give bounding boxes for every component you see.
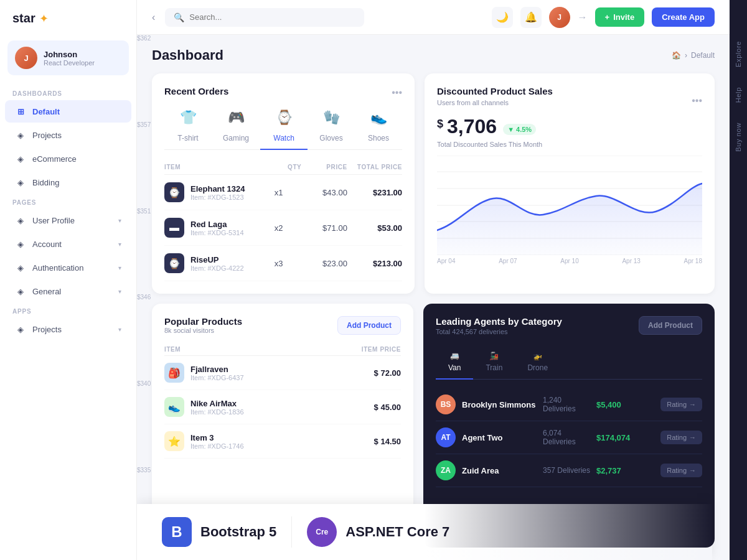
- product-image: ▬: [164, 218, 184, 238]
- big-number: $ 3,706: [437, 115, 497, 138]
- item-cell: 👟 Nike AirMax Item: #XDG-1836: [164, 397, 322, 417]
- chart-y-labels: $362 $357 $351 $346 $340 $335 $330: [137, 35, 151, 560]
- tab-watch[interactable]: ⌚ Watch: [260, 99, 308, 150]
- user-name: Johnson: [44, 50, 95, 59]
- agent-earnings: $174,074: [596, 433, 660, 442]
- sidebar-item-user-profile[interactable]: ◈ User Profile ▾: [5, 209, 131, 231]
- search-input[interactable]: [189, 12, 355, 22]
- sidebar-item-bidding[interactable]: ◈ Bidding: [5, 171, 131, 194]
- avatar: BS: [436, 394, 456, 414]
- item-details: Red Laga Item: #XDG-5314: [190, 220, 244, 236]
- arrow-right-icon: →: [689, 401, 696, 408]
- price-cell: $71.00: [301, 223, 347, 233]
- rating-button[interactable]: Rating →: [660, 431, 702, 444]
- search-box[interactable]: 🔍: [165, 8, 364, 27]
- sidebar-item-default[interactable]: ⊞ Default: [5, 100, 131, 123]
- list-item: 👟 Nike AirMax Item: #XDG-1836 $ 45.00: [164, 390, 401, 424]
- sidebar-item-label: General: [32, 287, 112, 296]
- tab-gloves[interactable]: 🧤 Gloves: [308, 99, 355, 150]
- sidebar-item-label: Bidding: [32, 178, 121, 187]
- bidding-icon: ◈: [15, 177, 26, 188]
- item-price: $ 45.00: [322, 403, 401, 412]
- item-sku: Item: #XDG-5314: [190, 229, 244, 236]
- rating-button[interactable]: Rating →: [660, 398, 702, 411]
- sidebar-item-general[interactable]: ◈ General ▾: [5, 280, 131, 302]
- item-cell: ⌚ Elephant 1324 Item: #XDG-1523: [164, 182, 256, 202]
- chart-x-labels: Apr 04 Apr 07 Apr 10 Apr 13 Apr 18: [437, 255, 702, 267]
- chevron-down-icon: ▾: [118, 288, 121, 295]
- theme-toggle-button[interactable]: 🌙: [492, 7, 513, 28]
- gloves-icon: 🧤: [319, 105, 344, 130]
- tab-drone[interactable]: 🚁 Drone: [515, 347, 560, 380]
- plus-icon: +: [605, 12, 610, 22]
- item-cell: ⌚ RiseUP Item: #XDG-4222: [164, 253, 256, 273]
- help-tab[interactable]: Help: [732, 83, 745, 106]
- sidebar-user[interactable]: J Johnson React Developer: [7, 40, 129, 75]
- invite-button[interactable]: + Invite: [595, 7, 645, 27]
- sidebar-item-apps-projects[interactable]: ◈ Projects ▾: [5, 318, 131, 340]
- collapse-button[interactable]: ‹: [152, 12, 155, 23]
- item-details: Elephant 1324 Item: #XDG-1523: [190, 184, 245, 201]
- item-sku: Item: #XDG-6437: [190, 374, 244, 381]
- arrow-right-icon: →: [689, 434, 696, 441]
- number-row: $ 3,706 ▼ 4.5%: [437, 115, 702, 138]
- badge-text: ▼ 4.5%: [507, 126, 532, 133]
- card-menu-button[interactable]: •••: [392, 87, 402, 98]
- item-name: Elephant 1324: [190, 184, 245, 194]
- avatar: J: [15, 47, 37, 69]
- grid-icon: ⊞: [15, 106, 26, 117]
- pop-title-group: Popular Products 8k social visitors: [164, 316, 242, 334]
- topbar-right: 🌙 🔔 J → + Invite Create App: [492, 7, 715, 28]
- tab-shoes[interactable]: 👟 Shoes: [355, 99, 402, 150]
- sidebar-logo: star ✦: [0, 0, 136, 37]
- rating-label: Rating: [667, 401, 687, 408]
- tab-van[interactable]: 🚐 Van: [436, 347, 473, 380]
- home-icon[interactable]: 🏠: [672, 51, 681, 60]
- user-avatar-button[interactable]: J: [549, 7, 570, 28]
- sidebar-item-authentication[interactable]: ◈ Authentication ▾: [5, 256, 131, 279]
- qty-cell: x3: [256, 259, 301, 268]
- agents-add-button[interactable]: Add Product: [639, 316, 702, 335]
- agent-name: Brooklyn Simmons: [462, 400, 535, 409]
- item-name: Item 3: [190, 433, 244, 442]
- agents-title: Leading Agents by Category: [436, 316, 562, 327]
- pop-table-header: ITEM ITEM PRICE: [164, 343, 401, 356]
- growth-badge: ▼ 4.5%: [503, 124, 536, 135]
- item-details: Nike AirMax Item: #XDG-1836: [190, 399, 244, 416]
- tab-tshirt[interactable]: 👕 T-shirt: [164, 99, 212, 150]
- tab-train[interactable]: 🚂 Train: [473, 347, 515, 380]
- tab-gaming[interactable]: 🎮 Gaming: [212, 99, 260, 150]
- rating-button[interactable]: Rating →: [660, 464, 702, 477]
- explore-tab[interactable]: Explore: [732, 37, 745, 71]
- sidebar-item-ecommerce[interactable]: ◈ eCommerce: [5, 147, 131, 170]
- sidebar-item-account[interactable]: ◈ Account ▾: [5, 233, 131, 255]
- chart-area: $362 $357 $351 $346 $340 $335 $330: [437, 156, 702, 267]
- list-item: 🎒 Fjallraven Item: #XDG-6437 $ 72.00: [164, 356, 401, 390]
- price-cell: $43.00: [301, 188, 347, 197]
- table-header: ITEM QTY PRICE TOTAL PRICE: [164, 160, 402, 175]
- section-dashboards: DASHBOARDS: [0, 85, 136, 100]
- arrow-right-icon[interactable]: →: [578, 12, 588, 23]
- agents-header: Leading Agents by Category Total 424,567…: [436, 316, 702, 344]
- apps-projects-icon: ◈: [15, 324, 26, 335]
- card-menu-button[interactable]: •••: [692, 95, 702, 106]
- create-app-button[interactable]: Create App: [652, 7, 715, 27]
- search-icon: 🔍: [174, 12, 184, 22]
- arrow-right-icon: →: [689, 467, 696, 474]
- notifications-button[interactable]: 🔔: [520, 7, 542, 28]
- item-price: $ 14.50: [322, 437, 401, 446]
- col-item: ITEM: [164, 164, 256, 170]
- sidebar-item-label: User Profile: [32, 216, 112, 225]
- avatar: ZA: [436, 460, 456, 480]
- sidebar-item-projects[interactable]: ◈ Projects: [5, 124, 131, 146]
- pop-header: Popular Products 8k social visitors Add …: [164, 316, 401, 335]
- amount: 3,706: [447, 115, 497, 138]
- section-apps: APPS: [0, 303, 136, 317]
- add-product-button[interactable]: Add Product: [337, 316, 401, 335]
- item-price: $ 72.00: [322, 368, 401, 378]
- logo-star: ✦: [39, 12, 49, 26]
- sidebar-item-label: eCommerce: [32, 154, 121, 164]
- total-cell: $53.00: [347, 223, 402, 233]
- chart-wrapper: Apr 04 Apr 07 Apr 10 Apr 13 Apr 18: [437, 156, 702, 267]
- buy-now-tab[interactable]: Buy now: [732, 119, 745, 156]
